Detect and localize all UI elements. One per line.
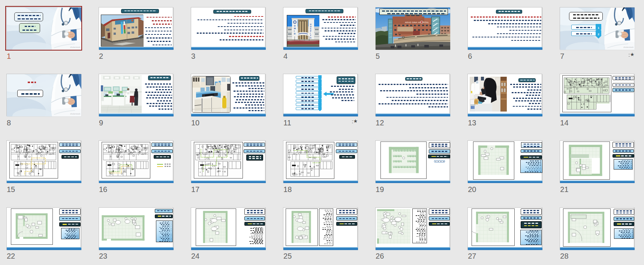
svg-text:shutterstock: shutterstock (70, 46, 80, 48)
svg-text:M: M (294, 27, 296, 30)
svg-text:shutterstock: shutterstock (70, 113, 80, 115)
svg-text:2: 2 (598, 33, 599, 36)
svg-text:1: 1 (598, 26, 599, 30)
svg-text:shutterstock: shutterstock (623, 46, 634, 48)
svg-text:ARAD SINA HOSPITAL: ARAD SINA HOSPITAL (405, 21, 429, 24)
svg-text:D: D (294, 33, 296, 35)
svg-text:O: O (294, 25, 296, 27)
